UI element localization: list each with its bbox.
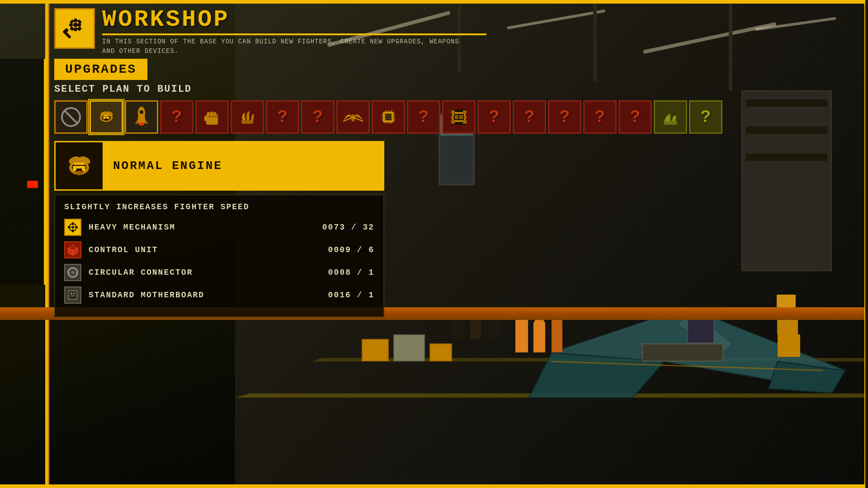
plan-icon-engine[interactable] [90,100,123,134]
plan-icon-unknown-6[interactable]: ? [513,100,546,134]
svg-rect-48 [382,114,383,115]
chip-icon [377,106,400,128]
svg-rect-35 [207,112,210,116]
svg-rect-7 [74,19,77,22]
plan-icon-unknown-3[interactable]: ? [301,100,335,134]
requirement-row-connector: CIRCULAR CONNECTOR 0008 / 1 [64,264,374,281]
svg-rect-62 [451,110,455,114]
motherboard-label: STANDARD MOTHERBOARD [89,291,320,300]
plan-icon-none[interactable] [54,100,88,134]
fist-icon [201,106,223,128]
question-mark-olive-icon: ? [701,108,711,127]
svg-point-80 [75,171,83,175]
page-title: WORKSHOP [102,8,486,32]
right-border [864,0,868,488]
upgrades-tab[interactable]: UPGRADES [54,59,147,80]
plan-icon-unknown-9[interactable]: ? [618,100,652,134]
shelf [746,99,827,107]
question-mark-icon: ? [313,108,323,127]
stack-box [778,334,800,357]
top-border [0,0,868,4]
person-orange2 [533,319,545,352]
question-mark-icon: ? [595,108,605,127]
plan-icon-grid: ? ? ? [54,100,384,134]
svg-rect-39 [241,120,253,124]
page-subtitle: IN THIS SECTION OF THE BASE YOU CAN BUIL… [102,37,464,56]
plan-icon-unknown-8[interactable]: ? [583,100,617,134]
left-accent-bar2 [48,0,49,488]
svg-rect-85 [68,226,71,228]
svg-rect-50 [382,119,383,121]
svg-rect-71 [664,121,677,125]
plan-icon-claw[interactable] [231,100,264,134]
svg-rect-52 [393,117,395,118]
svg-rect-99 [73,293,75,295]
svg-point-26 [108,117,109,119]
plan-icon-claw2[interactable] [654,100,687,134]
plan-icon-unknown-10[interactable]: ? [689,100,722,134]
header-section: WORKSHOP IN THIS SECTION OF THE BASE YOU… [54,8,486,56]
plan-icon-rocket[interactable] [125,100,158,134]
svg-rect-13 [70,27,74,31]
cancel-icon [60,106,82,128]
plan-icon-unknown-7[interactable]: ? [548,100,581,134]
svg-rect-104 [77,293,78,294]
svg-point-82 [71,226,74,229]
control-unit-icon [64,241,81,258]
workbench [642,343,723,361]
svg-rect-94 [68,272,70,273]
selected-item-name-bar: NORMAL ENGINE [104,141,384,191]
question-mark-icon: ? [419,108,429,127]
svg-rect-45 [385,115,392,116]
plan-icon-gear-chain[interactable] [442,100,476,134]
claw-icon [236,106,259,128]
svg-point-93 [71,271,75,274]
crate [362,339,389,361]
plan-icon-unknown-2[interactable]: ? [266,100,299,134]
svg-point-6 [73,23,78,27]
plan-icon-unknown-1[interactable]: ? [160,100,193,134]
shelf [746,154,827,161]
svg-rect-12 [77,19,82,24]
engine-large-icon [61,148,97,184]
svg-point-32 [140,110,143,114]
plan-icon-unknown-5[interactable]: ? [477,100,511,134]
svg-rect-101 [68,293,69,294]
header-text-block: WORKSHOP IN THIS SECTION OF THE BASE YOU… [102,8,486,56]
plan-icon-fist[interactable] [195,100,229,134]
question-mark-icon: ? [560,108,570,127]
svg-rect-102 [68,295,69,296]
workshop-icon-box [54,8,95,49]
selected-item-display: NORMAL ENGINE [54,141,384,191]
selected-item-name: NORMAL ENGINE [113,159,222,173]
motherboard-count: 0016 / 1 [320,291,374,300]
svg-point-78 [73,168,76,171]
svg-rect-54 [385,110,387,112]
red-indicator-light [27,181,38,188]
svg-marker-30 [145,119,148,124]
heavy-mechanism-icon [64,219,81,236]
select-plan-label: SELECT PLAN TO BUILD [54,84,384,95]
svg-rect-37 [213,112,216,116]
svg-rect-46 [385,117,392,117]
plan-icon-chip[interactable] [372,100,405,134]
left-panel [0,59,45,285]
question-mark-icon: ? [172,108,182,127]
column2 [593,0,597,81]
plan-icon-unknown-4[interactable]: ? [407,100,440,134]
upgrades-panel: UPGRADES SELECT PLAN TO BUILD [54,59,384,317]
svg-rect-69 [455,115,458,119]
plan-icon-wings[interactable] [336,100,370,134]
question-mark-icon: ? [278,108,288,127]
svg-rect-56 [391,110,392,112]
svg-line-18 [64,110,78,124]
svg-rect-86 [75,226,78,228]
rocket-icon [130,105,153,129]
cube-icon [67,244,79,256]
wings-icon [341,106,365,128]
heavy-mechanism-label: HEAVY MECHANISM [89,223,320,232]
svg-point-31 [139,122,144,126]
svg-rect-77 [74,163,85,165]
svg-rect-67 [463,120,467,124]
svg-rect-65 [463,110,467,114]
